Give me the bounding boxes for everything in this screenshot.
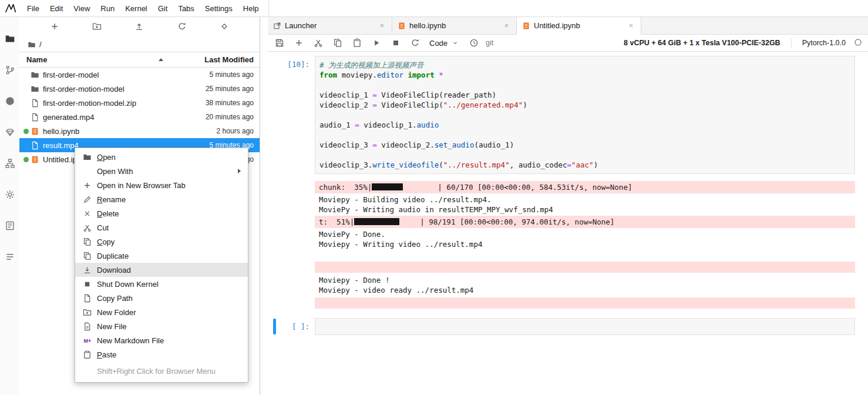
output-line: MoviePy - Writing audio in resultTEMP_MP… [315, 205, 855, 215]
context-menu-label: Duplicate [97, 252, 129, 260]
output-line: Moviepy - video ready ../result.mp4 [315, 285, 855, 295]
save-button[interactable] [274, 37, 285, 49]
output-line: Moviepy - Building video ../result.mp4. [315, 195, 855, 205]
menu-file[interactable]: File [22, 0, 45, 17]
git-clone-button[interactable] [217, 19, 231, 35]
folder-icon [31, 85, 39, 93]
interrupt-kernel-button[interactable] [390, 37, 402, 49]
history-button[interactable] [468, 37, 480, 49]
code-line [319, 80, 850, 90]
cut-icon [83, 223, 92, 232]
empty-code-editor[interactable] [315, 318, 855, 335]
active-cell-indicator [273, 319, 276, 334]
panel-splitter[interactable] [260, 17, 268, 395]
context-menu-item-open-in-new-browser-tab[interactable]: Open in New Browser Tab [75, 178, 248, 192]
sidebar-tab-commands[interactable] [0, 116, 19, 148]
app-logo [0, 3, 22, 14]
menu-edit[interactable]: Edit [45, 0, 68, 17]
context-menu-item-copy[interactable]: Copy [75, 235, 248, 249]
file-row-generated-mp4[interactable]: generated.mp420 minutes ago [19, 110, 260, 124]
code-line [319, 150, 850, 160]
menu-git[interactable]: Git [153, 0, 173, 17]
insert-cell-below-button[interactable] [293, 37, 305, 49]
notebook-icon [31, 127, 39, 136]
sidebar-tab-extension-manager[interactable] [0, 210, 19, 241]
context-menu-item-duplicate[interactable]: Duplicate [75, 249, 248, 263]
sidebar-tab-file-browser[interactable] [0, 23, 19, 54]
context-menu-label: Delete [97, 209, 119, 218]
context-menu-item-download[interactable]: Download [75, 263, 248, 277]
context-menu-item-new-file[interactable]: New File [75, 319, 248, 333]
sidebar-tab-running-sessions[interactable] [0, 85, 19, 116]
new-launcher-button[interactable] [48, 19, 62, 35]
context-menu-item-open-with[interactable]: Open With [75, 164, 248, 178]
code-line [319, 110, 850, 120]
file-row-first-order-motion-model-zip[interactable]: first-order-motion-model.zip38 minutes a… [19, 96, 260, 110]
menu-settings[interactable]: Settings [200, 0, 238, 17]
copy-icon [83, 237, 92, 246]
column-header-modified[interactable]: Last Modified [171, 55, 260, 64]
refresh-file-list-button[interactable] [175, 19, 189, 35]
menu-view[interactable]: View [68, 0, 95, 17]
cell-type-select[interactable]: Code [429, 39, 459, 48]
context-menu-item-copy-path[interactable]: Copy Path [75, 291, 248, 305]
code-line: # 为生成的视频加上源视频声音 [319, 60, 850, 70]
new-folder-button[interactable] [90, 19, 104, 35]
toolbar-divider [791, 38, 792, 48]
restart-kernel-button[interactable] [409, 37, 421, 49]
notebook-icon [522, 22, 530, 30]
paste-cells-button[interactable] [351, 37, 363, 49]
plus-icon [294, 38, 304, 48]
tab-close-button[interactable] [502, 21, 511, 30]
tab-close-button[interactable] [378, 21, 386, 30]
menu-tabs[interactable]: Tabs [173, 0, 199, 17]
file-row-first-order-motion-model[interactable]: first-order-motion-model25 minutes ago [19, 82, 260, 96]
progress-bar [354, 218, 420, 225]
copy-cells-button[interactable] [332, 37, 344, 49]
tab-close-button[interactable] [627, 21, 635, 30]
sidebar-tab-notebook-tools[interactable] [0, 148, 19, 179]
menu-kernel[interactable]: Kernel [120, 0, 153, 17]
context-menu-item-delete[interactable]: Delete [75, 206, 248, 220]
file-row-first-order-model[interactable]: first-order-model5 minutes ago [19, 68, 260, 82]
context-menu-label: Paste [97, 350, 116, 359]
context-menu-item-shut-down-kernel[interactable]: Shut Down Kernel [75, 277, 248, 291]
tab-launcher[interactable]: Launcher [268, 17, 392, 34]
git-icon [5, 65, 15, 75]
menu-help[interactable]: Help [238, 0, 264, 17]
running-icon [5, 96, 15, 106]
kernel-name[interactable]: Pytorch-1.0.0 [802, 39, 846, 47]
sidebar-tab-table-of-contents[interactable] [0, 241, 19, 272]
breadcrumb[interactable]: / [19, 37, 260, 52]
context-menu-item-cut[interactable]: Cut [75, 220, 248, 235]
run-cell-button[interactable] [371, 37, 382, 49]
code-editor[interactable]: # 为生成的视频加上源视频声音from moviepy.editor impor… [315, 56, 855, 174]
file-row-hello-ipynb[interactable]: hello.ipynb2 hours ago [19, 124, 260, 138]
menu-run[interactable]: Run [95, 0, 120, 17]
context-menu-item-rename[interactable]: Rename [75, 192, 248, 206]
output-blank-line [315, 249, 855, 259]
file-browser-toolbar [19, 17, 260, 37]
column-header-name[interactable]: Name [19, 55, 171, 64]
file-name: hello.ipynb [43, 127, 171, 136]
output-line: MoviePy - Done. [315, 229, 855, 239]
folder-icon [5, 34, 15, 44]
cut-cells-button[interactable] [312, 37, 324, 49]
context-menu-item-paste[interactable]: Paste [75, 347, 248, 361]
tab-hello-ipynb[interactable]: hello.ipynb [392, 17, 517, 34]
context-menu-item-new-markdown-file[interactable]: MNew Markdown File [75, 333, 248, 347]
context-menu-item-new-folder[interactable]: New Folder [75, 305, 248, 319]
breadcrumb-root[interactable]: / [39, 40, 42, 49]
sidebar-tab-git[interactable] [0, 54, 19, 85]
context-menu-item-open[interactable]: Open [75, 150, 248, 164]
upload-files-button[interactable] [132, 19, 146, 35]
sidebar-tab-settings[interactable] [0, 179, 19, 210]
file-icon [83, 294, 92, 303]
file-modified: 2 hours ago [171, 127, 260, 135]
cards-icon [5, 220, 15, 231]
file-name: first-order-motion-model [43, 85, 171, 93]
kernel-status-indicator[interactable] [854, 38, 862, 48]
clock-icon [469, 38, 479, 48]
tab-untitled-ipynb[interactable]: Untitled.ipynb [517, 17, 641, 35]
progress-bar-output: t: 51%|| 98/191 [00:00<00:00, 974.00it/s… [315, 216, 855, 228]
